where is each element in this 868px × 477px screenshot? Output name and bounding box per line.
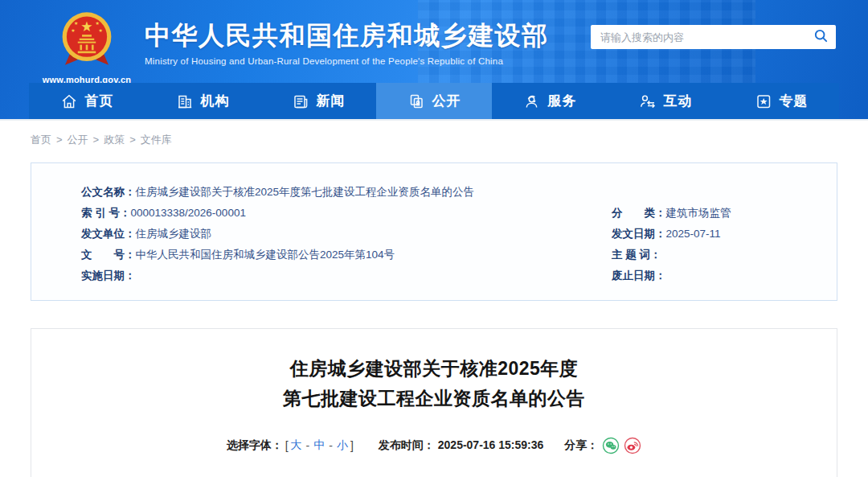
document-metadata-panel: 公文名称：住房城乡建设部关于核准2025年度第七批建设工程企业资质名单的公告 索… [31,162,837,301]
meta-value-doc-name: 住房城乡建设部关于核准2025年度第七批建设工程企业资质名单的公告 [136,186,475,198]
meta-label-implementation-date: 实施日期： [81,269,136,282]
meta-row-name: 公文名称：住房城乡建设部关于核准2025年度第七批建设工程企业资质名单的公告 [81,182,805,203]
search-icon [813,28,829,46]
organization-icon [176,93,194,110]
svg-text:★: ★ [96,21,100,26]
svg-text:★: ★ [99,28,103,33]
article-title: 住房城乡建设部关于核准2025年度 第七批建设工程企业资质名单的公告 [31,354,837,413]
meta-value-category: 建筑市场监管 [666,207,731,219]
share-label: 分享： [564,438,598,453]
font-size-bracket-open: [ [285,439,289,452]
disclosure-lock-icon [407,93,425,110]
nav-item-disclosure[interactable]: 公开 [376,83,492,119]
font-size-dash: - [306,439,310,452]
article-title-line2: 第七批建设工程企业资质名单的公告 [31,384,837,413]
meta-label-repeal-date: 废止日期： [612,269,666,282]
meta-value-issue-date: 2025-07-11 [666,228,721,240]
meta-row: 索 引 号：000013338/2026-00001 分 类：建筑市场监管 [81,203,805,224]
meta-row: 实施日期： 废止日期： [81,265,805,286]
nav-label: 新闻 [317,92,346,110]
national-emblem-block: ★ ★ ★ ★ ★ www.mohurd.gov.cn [37,11,137,84]
service-headset-icon [523,93,541,110]
search-input[interactable] [591,31,805,43]
nav-label: 首页 [85,92,114,110]
nav-label: 服务 [548,92,577,110]
breadcrumb-policy[interactable]: 政策 [104,134,125,146]
breadcrumb-home[interactable]: 首页 [31,134,51,146]
meta-label-issue-date: 发文日期： [612,228,666,240]
site-subtitle-english: Ministry of Housing and Urban-Rural Deve… [145,56,549,66]
interaction-arrows-icon [639,93,657,110]
svg-text:★: ★ [74,21,78,26]
svg-text:★: ★ [80,19,92,35]
header-divider [0,119,868,121]
publish-time-label: 发布时间： [379,438,435,451]
svg-text:★: ★ [71,28,75,33]
breadcrumb-separator: > [93,134,100,146]
nav-item-home[interactable]: 首页 [29,83,145,119]
meta-row: 发文单位：住房城乡建设部 发文日期：2025-07-11 [81,224,805,245]
news-icon [292,93,309,110]
site-header: ★ ★ ★ ★ ★ www.mohurd.gov.cn 中华人民共和国住房和城乡… [0,0,868,119]
font-size-label: 选择字体： [227,438,283,453]
nav-item-services[interactable]: 服务 [492,83,608,119]
breadcrumb-separator: > [129,134,136,146]
nav-item-interaction[interactable]: 互动 [608,83,723,119]
meta-label-category: 分 类： [612,207,666,219]
wechat-icon[interactable] [602,437,620,454]
share-group: 分享： [564,437,641,454]
nav-item-news[interactable]: 新闻 [260,83,376,119]
publish-time-value: 2025-07-16 15:59:36 [438,438,544,451]
breadcrumb-library[interactable]: 文件库 [141,134,172,146]
font-size-medium-link[interactable]: 中 [313,438,325,453]
meta-row: 文 号：中华人民共和国住房和城乡建设部公告2025年第104号 主 题 词： [81,245,805,265]
topics-star-icon [755,93,772,110]
meta-label-subject-words: 主 题 词： [612,249,661,261]
meta-label-doc-number: 文 号： [81,249,136,261]
font-size-small-link[interactable]: 小 [337,438,348,453]
meta-value-issuing-unit: 住房城乡建设部 [136,228,212,240]
site-title: 中华人民共和国住房和城乡建设部 [145,20,549,51]
national-emblem-icon: ★ ★ ★ ★ ★ [59,60,114,73]
breadcrumb-separator: > [56,134,63,146]
font-size-bracket-close: ] [350,439,354,452]
meta-label-doc-name: 公文名称： [81,186,136,198]
main-navigation: 首页 机构 新闻 [29,83,839,119]
article-title-line1: 住房城乡建设部关于核准2025年度 [31,354,837,384]
meta-value-doc-number: 中华人民共和国住房和城乡建设部公告2025年第104号 [136,249,395,261]
weibo-icon[interactable] [624,437,641,454]
nav-label: 互动 [664,92,693,110]
nav-item-topics[interactable]: 专题 [723,83,839,119]
home-icon [60,93,78,110]
nav-item-organization[interactable]: 机构 [145,83,260,119]
breadcrumb: 首页>公开>政策>文件库 [31,133,868,147]
nav-label: 公开 [432,92,461,110]
font-size-dash: - [329,439,333,452]
nav-label: 专题 [780,92,809,110]
nav-label: 机构 [201,92,230,110]
font-size-large-link[interactable]: 大 [291,438,302,453]
search-box [591,25,836,49]
article-panel: 住房城乡建设部关于核准2025年度 第七批建设工程企业资质名单的公告 选择字体：… [31,328,837,477]
breadcrumb-disclosure[interactable]: 公开 [68,134,88,146]
meta-value-index-number: 000013338/2026-00001 [131,207,246,219]
article-meta-bar: 选择字体： [ 大 - 中 - 小 ] 发布时间：2025-07-16 15:5… [31,437,837,454]
meta-label-issuing-unit: 发文单位： [81,228,136,240]
meta-label-index-number: 索 引 号： [81,207,131,219]
search-button[interactable] [805,25,836,49]
